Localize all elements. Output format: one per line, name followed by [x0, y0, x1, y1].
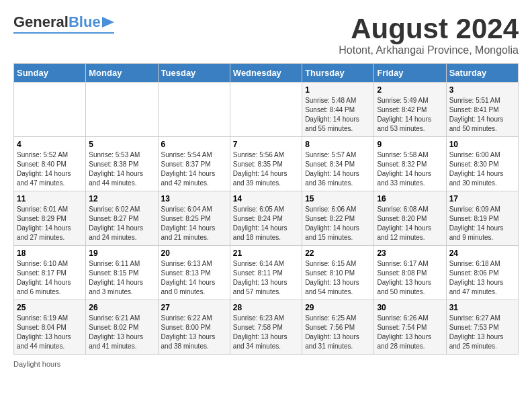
- calendar-week-row: 11Sunrise: 6:01 AM Sunset: 8:29 PM Dayli…: [14, 191, 519, 246]
- day-number: 12: [89, 194, 154, 203]
- day-info: Sunrise: 6:04 AM Sunset: 8:25 PM Dayligh…: [161, 205, 227, 242]
- calendar-cell: 16Sunrise: 6:08 AM Sunset: 8:20 PM Dayli…: [374, 191, 446, 246]
- calendar-cell: 8Sunrise: 5:57 AM Sunset: 8:34 PM Daylig…: [302, 137, 374, 191]
- day-number: 29: [305, 303, 371, 312]
- day-number: 25: [17, 303, 83, 312]
- day-info: Sunrise: 6:15 AM Sunset: 8:10 PM Dayligh…: [305, 259, 371, 297]
- day-info: Sunrise: 5:48 AM Sunset: 8:44 PM Dayligh…: [305, 96, 371, 134]
- weekday-header: Saturday: [446, 64, 518, 83]
- day-info: Sunrise: 6:02 AM Sunset: 8:27 PM Dayligh…: [89, 205, 154, 242]
- day-number: 14: [233, 194, 299, 203]
- day-info: Sunrise: 6:22 AM Sunset: 8:00 PM Dayligh…: [161, 314, 227, 351]
- calendar-table: SundayMondayTuesdayWednesdayThursdayFrid…: [13, 63, 519, 355]
- day-number: 13: [161, 194, 227, 203]
- calendar-week-row: 18Sunrise: 6:10 AM Sunset: 8:17 PM Dayli…: [14, 246, 519, 300]
- day-info: Sunrise: 5:51 AM Sunset: 8:41 PM Dayligh…: [449, 96, 515, 134]
- day-number: 21: [233, 248, 299, 258]
- calendar-week-row: 25Sunrise: 6:19 AM Sunset: 8:04 PM Dayli…: [14, 300, 519, 355]
- calendar-cell: 13Sunrise: 6:04 AM Sunset: 8:25 PM Dayli…: [158, 191, 230, 246]
- calendar-cell: 28Sunrise: 6:23 AM Sunset: 7:58 PM Dayli…: [230, 300, 302, 355]
- calendar-cell: [86, 83, 158, 137]
- page-subtitle: Hotont, Arkhangai Province, Mongolia: [339, 44, 519, 56]
- calendar-cell: 1Sunrise: 5:48 AM Sunset: 8:44 PM Daylig…: [302, 83, 374, 137]
- weekday-header: Friday: [374, 64, 446, 83]
- calendar-cell: 21Sunrise: 6:14 AM Sunset: 8:11 PM Dayli…: [230, 246, 302, 300]
- calendar-cell: 14Sunrise: 6:05 AM Sunset: 8:24 PM Dayli…: [230, 191, 302, 246]
- calendar-cell: 9Sunrise: 5:58 AM Sunset: 8:32 PM Daylig…: [374, 137, 446, 191]
- calendar-cell: 15Sunrise: 6:06 AM Sunset: 8:22 PM Dayli…: [302, 191, 374, 246]
- page-header: General Blue August 2024 Hotont, Arkhang…: [13, 13, 519, 56]
- calendar-cell: 25Sunrise: 6:19 AM Sunset: 8:04 PM Dayli…: [14, 300, 86, 355]
- weekday-header: Tuesday: [158, 64, 230, 83]
- calendar-cell: 11Sunrise: 6:01 AM Sunset: 8:29 PM Dayli…: [14, 191, 86, 246]
- day-number: 2: [377, 85, 443, 95]
- day-info: Sunrise: 5:54 AM Sunset: 8:37 PM Dayligh…: [161, 150, 227, 188]
- calendar-cell: 7Sunrise: 5:56 AM Sunset: 8:35 PM Daylig…: [230, 137, 302, 191]
- day-number: 17: [449, 194, 515, 203]
- day-number: 8: [305, 140, 371, 149]
- day-info: Sunrise: 6:18 AM Sunset: 8:06 PM Dayligh…: [449, 259, 515, 297]
- day-info: Sunrise: 5:49 AM Sunset: 8:42 PM Dayligh…: [377, 96, 443, 134]
- day-number: 24: [449, 248, 515, 258]
- day-info: Sunrise: 6:08 AM Sunset: 8:20 PM Dayligh…: [377, 205, 443, 242]
- day-number: 23: [377, 248, 443, 258]
- calendar-cell: 23Sunrise: 6:17 AM Sunset: 8:08 PM Dayli…: [374, 246, 446, 300]
- day-info: Sunrise: 5:58 AM Sunset: 8:32 PM Dayligh…: [377, 150, 443, 188]
- weekday-header: Sunday: [14, 64, 86, 83]
- weekday-header: Thursday: [302, 64, 374, 83]
- weekday-header: Wednesday: [230, 64, 302, 83]
- daylight-label: Daylight hours: [13, 360, 60, 368]
- day-info: Sunrise: 6:13 AM Sunset: 8:13 PM Dayligh…: [161, 259, 227, 297]
- calendar-week-row: 1Sunrise: 5:48 AM Sunset: 8:44 PM Daylig…: [14, 83, 519, 137]
- day-info: Sunrise: 5:52 AM Sunset: 8:40 PM Dayligh…: [17, 150, 83, 188]
- day-info: Sunrise: 6:10 AM Sunset: 8:17 PM Dayligh…: [17, 259, 83, 297]
- page-title: August 2024: [339, 13, 519, 44]
- footer: Daylight hours: [13, 360, 519, 368]
- calendar-cell: 4Sunrise: 5:52 AM Sunset: 8:40 PM Daylig…: [14, 137, 86, 191]
- logo-blue: Blue: [69, 13, 101, 31]
- day-info: Sunrise: 6:01 AM Sunset: 8:29 PM Dayligh…: [17, 205, 83, 242]
- calendar-cell: 29Sunrise: 6:25 AM Sunset: 7:56 PM Dayli…: [302, 300, 374, 355]
- day-number: 5: [89, 140, 154, 149]
- calendar-cell: 31Sunrise: 6:27 AM Sunset: 7:53 PM Dayli…: [446, 300, 518, 355]
- calendar-cell: 12Sunrise: 6:02 AM Sunset: 8:27 PM Dayli…: [86, 191, 158, 246]
- calendar-cell: 27Sunrise: 6:22 AM Sunset: 8:00 PM Dayli…: [158, 300, 230, 355]
- calendar-cell: 10Sunrise: 6:00 AM Sunset: 8:30 PM Dayli…: [446, 137, 518, 191]
- calendar-cell: 18Sunrise: 6:10 AM Sunset: 8:17 PM Dayli…: [14, 246, 86, 300]
- day-info: Sunrise: 6:26 AM Sunset: 7:54 PM Dayligh…: [377, 314, 443, 351]
- day-number: 22: [305, 248, 371, 258]
- day-info: Sunrise: 5:57 AM Sunset: 8:34 PM Dayligh…: [305, 150, 371, 188]
- day-number: 15: [305, 194, 371, 203]
- day-number: 7: [233, 140, 299, 149]
- calendar-cell: 26Sunrise: 6:21 AM Sunset: 8:02 PM Dayli…: [86, 300, 158, 355]
- calendar-header: SundayMondayTuesdayWednesdayThursdayFrid…: [14, 64, 519, 83]
- calendar-cell: 5Sunrise: 5:53 AM Sunset: 8:38 PM Daylig…: [86, 137, 158, 191]
- day-info: Sunrise: 6:06 AM Sunset: 8:22 PM Dayligh…: [305, 205, 371, 242]
- day-info: Sunrise: 6:11 AM Sunset: 8:15 PM Dayligh…: [89, 259, 154, 297]
- day-info: Sunrise: 5:53 AM Sunset: 8:38 PM Dayligh…: [89, 150, 154, 188]
- day-info: Sunrise: 6:23 AM Sunset: 7:58 PM Dayligh…: [233, 314, 299, 351]
- day-number: 16: [377, 194, 443, 203]
- calendar-cell: 30Sunrise: 6:26 AM Sunset: 7:54 PM Dayli…: [374, 300, 446, 355]
- day-number: 4: [17, 140, 83, 149]
- day-info: Sunrise: 6:09 AM Sunset: 8:19 PM Dayligh…: [449, 205, 515, 242]
- title-block: August 2024 Hotont, Arkhangai Province, …: [339, 13, 519, 56]
- calendar-cell: 6Sunrise: 5:54 AM Sunset: 8:37 PM Daylig…: [158, 137, 230, 191]
- calendar-cell: 22Sunrise: 6:15 AM Sunset: 8:10 PM Dayli…: [302, 246, 374, 300]
- day-info: Sunrise: 6:05 AM Sunset: 8:24 PM Dayligh…: [233, 205, 299, 242]
- day-info: Sunrise: 6:21 AM Sunset: 8:02 PM Dayligh…: [89, 314, 154, 351]
- day-number: 27: [161, 303, 227, 312]
- calendar-cell: 20Sunrise: 6:13 AM Sunset: 8:13 PM Dayli…: [158, 246, 230, 300]
- calendar-cell: 2Sunrise: 5:49 AM Sunset: 8:42 PM Daylig…: [374, 83, 446, 137]
- day-info: Sunrise: 6:17 AM Sunset: 8:08 PM Dayligh…: [377, 259, 443, 297]
- day-number: 26: [89, 303, 154, 312]
- weekday-header: Monday: [86, 64, 158, 83]
- calendar-cell: 24Sunrise: 6:18 AM Sunset: 8:06 PM Dayli…: [446, 246, 518, 300]
- day-info: Sunrise: 5:56 AM Sunset: 8:35 PM Dayligh…: [233, 150, 299, 188]
- day-number: 30: [377, 303, 443, 312]
- day-number: 31: [449, 303, 515, 312]
- day-info: Sunrise: 6:25 AM Sunset: 7:56 PM Dayligh…: [305, 314, 371, 351]
- day-number: 3: [449, 85, 515, 95]
- calendar-body: 1Sunrise: 5:48 AM Sunset: 8:44 PM Daylig…: [14, 83, 519, 355]
- calendar-cell: 3Sunrise: 5:51 AM Sunset: 8:41 PM Daylig…: [446, 83, 518, 137]
